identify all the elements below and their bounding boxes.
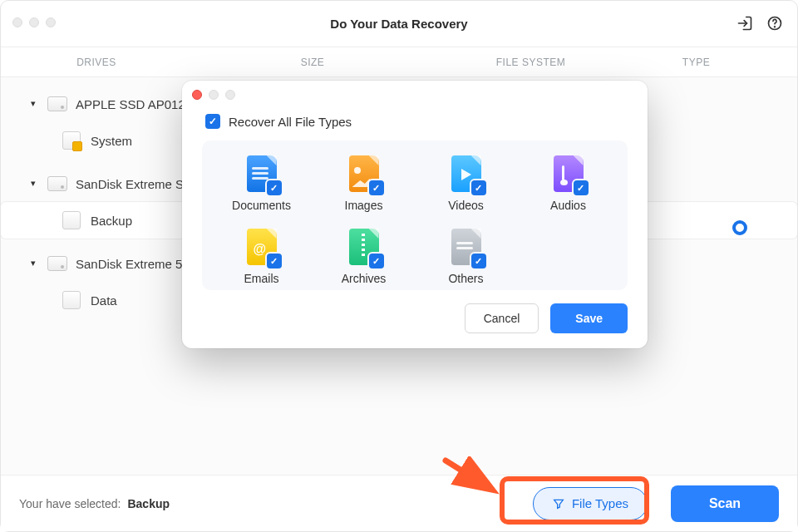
- tile-images[interactable]: ✓ Images: [313, 155, 415, 212]
- tile-label: Images: [345, 199, 383, 212]
- tile-documents[interactable]: ✓ Documents: [210, 155, 313, 212]
- cancel-button[interactable]: Cancel: [465, 303, 539, 333]
- images-icon: ✓: [349, 155, 379, 192]
- modal-titlebar: [182, 81, 648, 109]
- audios-icon: ✓: [554, 155, 584, 192]
- col-header-size: SIZE: [192, 57, 433, 68]
- selected-radio-icon[interactable]: [732, 220, 747, 235]
- volume-name: System: [91, 134, 132, 148]
- tile-label: Emails: [244, 272, 278, 285]
- columns-header: DRIVES SIZE FILE SYSTEM TYPE: [1, 47, 797, 77]
- tile-others[interactable]: ✓ Others: [415, 229, 517, 285]
- modal-close-dot[interactable]: [192, 90, 202, 100]
- disk-icon: [47, 96, 67, 111]
- titlebar-actions: [736, 14, 784, 32]
- videos-icon: ✓: [451, 155, 481, 192]
- col-header-type: TYPE: [628, 57, 797, 68]
- modal-minimize-dot[interactable]: [209, 90, 219, 100]
- volume-icon: [62, 131, 81, 150]
- emails-icon: @✓: [247, 229, 277, 265]
- drive-name: APPLE SSD AP0128: [76, 97, 192, 111]
- modal-zoom-dot[interactable]: [225, 90, 235, 100]
- tile-archives[interactable]: ✓ Archives: [313, 229, 415, 285]
- documents-icon: ✓: [247, 155, 277, 192]
- file-types-button-label: File Types: [572, 496, 628, 510]
- volume-name: Backup: [91, 214, 132, 228]
- col-header-filesystem: FILE SYSTEM: [433, 57, 628, 68]
- recover-all-label: Recover All File Types: [229, 115, 352, 129]
- recover-all-checkbox[interactable]: ✓: [205, 114, 220, 129]
- footer-selected-value: Backup: [127, 497, 170, 510]
- tile-label: Archives: [342, 272, 387, 285]
- chevron-down-icon: ▾: [31, 178, 39, 189]
- disk-icon: [47, 176, 67, 191]
- cancel-button-label: Cancel: [484, 312, 520, 325]
- chevron-down-icon: ▾: [31, 258, 39, 268]
- titlebar: Do Your Data Recovery: [1, 1, 797, 47]
- volume-icon: [62, 211, 81, 229]
- footer-selected-label: Your have selected:: [19, 497, 121, 510]
- app-window: Do Your Data Recovery DRIVES SIZE FILE S…: [0, 0, 798, 532]
- volume-name: Data: [91, 293, 117, 308]
- help-icon[interactable]: [766, 14, 784, 32]
- disk-icon: [47, 256, 67, 271]
- tile-label: Documents: [232, 199, 291, 212]
- tile-label: Audios: [550, 199, 586, 212]
- file-type-grid: ✓ Documents ✓ Images ✓ Videos ✓ Audios @…: [202, 140, 628, 290]
- scan-button[interactable]: Scan: [671, 485, 779, 522]
- save-button-label: Save: [575, 312, 603, 325]
- file-types-modal: ✓ Recover All File Types ✓ Documents ✓ I…: [182, 81, 648, 348]
- archives-icon: ✓: [349, 229, 379, 265]
- footer-bar: Your have selected: Backup File Types Sc…: [1, 475, 797, 531]
- tile-emails[interactable]: @✓ Emails: [210, 229, 313, 285]
- svg-point-1: [775, 27, 776, 27]
- tile-label: Others: [448, 272, 483, 285]
- tile-audios[interactable]: ✓ Audios: [517, 155, 619, 212]
- chevron-down-icon: ▾: [31, 98, 39, 109]
- file-types-button[interactable]: File Types: [533, 487, 648, 520]
- recover-all-row[interactable]: ✓ Recover All File Types: [182, 109, 648, 140]
- col-header-drives: DRIVES: [1, 57, 192, 68]
- scan-button-label: Scan: [709, 496, 741, 510]
- save-button[interactable]: Save: [550, 303, 628, 333]
- tile-videos[interactable]: ✓ Videos: [415, 155, 517, 212]
- volume-icon: [62, 291, 81, 309]
- modal-actions: Cancel Save: [182, 290, 648, 333]
- filter-icon: [552, 497, 565, 510]
- export-icon[interactable]: [736, 14, 754, 32]
- others-icon: ✓: [451, 229, 481, 265]
- tile-label: Videos: [448, 199, 484, 212]
- window-title: Do Your Data Recovery: [1, 17, 797, 31]
